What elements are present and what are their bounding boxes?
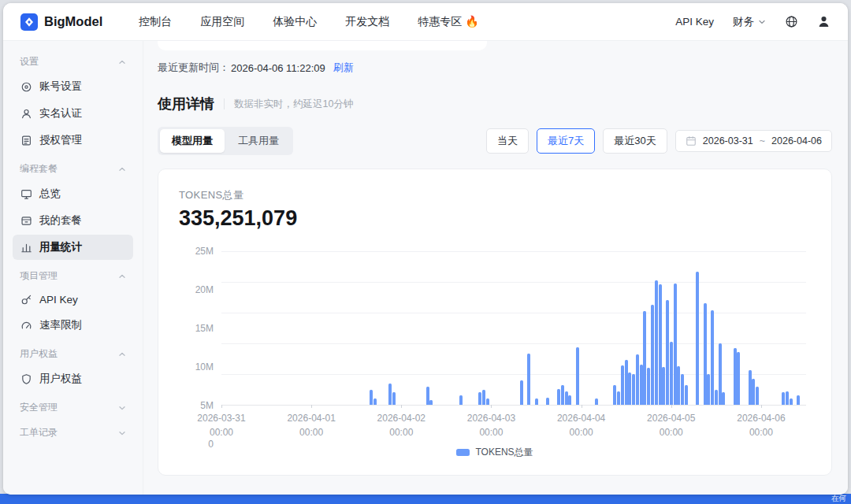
chart-bar[interactable] xyxy=(711,310,714,405)
chart-bar[interactable] xyxy=(520,380,523,405)
sidebar-section-header-4[interactable]: 用户权益 xyxy=(13,339,133,365)
chart-bar[interactable] xyxy=(621,365,624,405)
chart-bar[interactable] xyxy=(647,368,650,405)
chart-bar[interactable] xyxy=(568,395,571,405)
chart-bar[interactable] xyxy=(674,284,677,405)
chevron-down-icon xyxy=(118,404,126,412)
calendar-icon xyxy=(686,135,697,146)
range-button-最近30天[interactable]: 最近30天 xyxy=(603,128,667,154)
brand[interactable]: BigModel xyxy=(20,13,102,31)
bigmodel-logo-icon xyxy=(20,13,38,31)
chart-bar[interactable] xyxy=(617,391,620,405)
sidebar-item-API Key[interactable]: API Key xyxy=(13,288,133,311)
chart-legend: TOKENS总量 xyxy=(179,446,811,465)
chart-bar[interactable] xyxy=(459,395,463,405)
chart-bar[interactable] xyxy=(737,352,740,405)
chart-axis-tick xyxy=(311,405,312,408)
nav-item-4[interactable]: 开发文档 xyxy=(345,15,389,29)
sidebar-item-用量统计[interactable]: 用量统计 xyxy=(13,235,133,260)
chart-bar[interactable] xyxy=(651,305,654,405)
chart-bar[interactable] xyxy=(557,389,560,405)
chart-bar[interactable] xyxy=(797,395,800,405)
chart-bar[interactable] xyxy=(719,343,722,405)
chart-bar[interactable] xyxy=(482,390,485,406)
chart-bar[interactable] xyxy=(734,348,737,405)
nav-item-2[interactable]: 应用空间 xyxy=(200,15,244,29)
chart-bar[interactable] xyxy=(478,392,481,405)
chart-bar[interactable] xyxy=(527,354,530,405)
chart-bar[interactable] xyxy=(625,360,628,405)
main-panel: 最近更新时间： 2026-04-06 11:22:09 刷新 使用详情 数据非实… xyxy=(143,41,848,495)
chart-bar[interactable] xyxy=(662,367,665,405)
sidebar-section-header-1[interactable]: 设置 xyxy=(13,47,133,72)
chart-bar[interactable] xyxy=(752,379,755,405)
chart-bar[interactable] xyxy=(486,398,489,405)
sidebar-item-我的套餐[interactable]: 我的套餐 xyxy=(13,208,133,233)
chart-bar[interactable] xyxy=(535,398,538,405)
chart-bar[interactable] xyxy=(643,311,646,405)
sidebar-section-header-6[interactable]: 工单记录 xyxy=(13,418,133,443)
chart-bar[interactable] xyxy=(666,300,669,405)
nav-item-1[interactable]: 控制台 xyxy=(139,15,172,29)
chart-bar[interactable] xyxy=(681,374,684,405)
chart-bar[interactable] xyxy=(426,387,429,405)
chart-bar[interactable] xyxy=(636,354,639,405)
refresh-link[interactable]: 刷新 xyxy=(333,61,354,75)
chart-bar[interactable] xyxy=(640,365,643,405)
globe-icon[interactable] xyxy=(785,15,798,28)
chart-bar[interactable] xyxy=(561,385,564,405)
chart-bar[interactable] xyxy=(388,384,392,405)
sidebar-section-header-2[interactable]: 编程套餐 xyxy=(13,154,133,180)
tab-工具用量[interactable]: 工具用量 xyxy=(226,129,291,153)
sidebar-section-header-3[interactable]: 项目管理 xyxy=(13,261,133,287)
chart-bar[interactable] xyxy=(786,391,789,405)
api-key-link[interactable]: API Key xyxy=(675,16,714,28)
chart-bar[interactable] xyxy=(659,284,662,405)
chart-bar[interactable] xyxy=(790,398,793,405)
chevron-down-icon xyxy=(758,18,766,26)
chart-bar[interactable] xyxy=(595,398,598,405)
chart-bar[interactable] xyxy=(429,400,433,405)
chart-bar[interactable] xyxy=(685,385,688,405)
nav-item-5[interactable]: 特惠专区 🔥 xyxy=(418,15,478,29)
chart-bar[interactable] xyxy=(707,374,710,405)
user-avatar-icon[interactable] xyxy=(817,15,831,28)
chart-bar[interactable] xyxy=(696,272,699,405)
chevron-up-icon xyxy=(118,272,126,280)
sidebar-section-header-5[interactable]: 安全管理 xyxy=(13,393,133,418)
sidebar-item-授权管理[interactable]: 授权管理 xyxy=(13,128,133,153)
chart-bar[interactable] xyxy=(655,280,658,405)
chart-bar[interactable] xyxy=(715,390,718,406)
sidebar-item-实名认证[interactable]: 实名认证 xyxy=(13,101,133,126)
sidebar-item-账号设置[interactable]: 账号设置 xyxy=(13,74,133,99)
nav-item-3[interactable]: 体验中心 xyxy=(273,15,317,29)
chart-bar[interactable] xyxy=(613,385,616,405)
chart-bar[interactable] xyxy=(677,366,680,405)
chart-bar[interactable] xyxy=(546,398,549,405)
tokens-chart-card: TOKENS总量 335,251,079 2026-03-3100:002026… xyxy=(158,169,832,476)
chart-bar[interactable] xyxy=(782,392,785,405)
brand-name: BigModel xyxy=(44,14,102,29)
range-button-最近7天[interactable]: 最近7天 xyxy=(537,128,595,154)
tab-模型用量[interactable]: 模型用量 xyxy=(160,129,225,153)
sidebar-item-总览[interactable]: 总览 xyxy=(13,181,133,206)
chart-bar[interactable] xyxy=(576,347,579,405)
watermark-text: 在何 xyxy=(831,494,846,504)
sidebar-item-速率限制[interactable]: 速率限制 xyxy=(13,313,133,338)
chart-plot-area[interactable] xyxy=(221,251,806,406)
chart-bar[interactable] xyxy=(628,372,631,405)
chart-bar[interactable] xyxy=(722,392,725,405)
chart-bar[interactable] xyxy=(632,374,635,405)
chart-bar[interactable] xyxy=(392,392,396,405)
chart-bar[interactable] xyxy=(370,390,373,405)
chart-bar[interactable] xyxy=(670,342,673,405)
chart-bar[interactable] xyxy=(373,398,377,405)
sidebar-item-用户权益[interactable]: 用户权益 xyxy=(13,366,133,391)
chart-bar[interactable] xyxy=(565,391,568,405)
chart-bar[interactable] xyxy=(704,303,707,405)
range-button-当天[interactable]: 当天 xyxy=(486,128,529,154)
chart-bar[interactable] xyxy=(749,370,752,405)
finance-menu[interactable]: 财务 xyxy=(733,15,766,29)
chart-bar[interactable] xyxy=(756,387,759,405)
date-range-picker[interactable]: 2026-03-31 ~ 2026-04-06 xyxy=(675,130,832,152)
